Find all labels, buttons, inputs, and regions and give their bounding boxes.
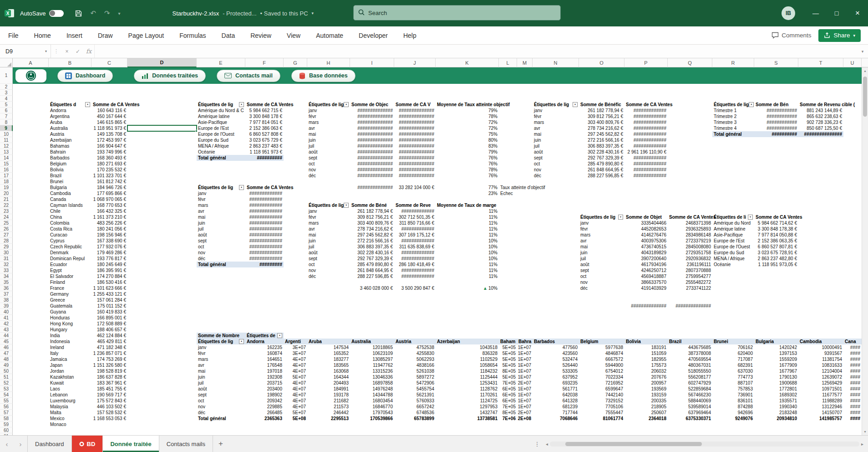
cell-H52[interactable]: 204493 bbox=[307, 380, 350, 386]
filter-dropdown-icon[interactable]: ▾ bbox=[749, 102, 754, 107]
column-header-D[interactable]: D bbox=[127, 58, 197, 67]
cell-K19[interactable]: 77% bbox=[436, 185, 499, 190]
cell-S48[interactable]: 1559209 bbox=[754, 356, 798, 362]
cell-C21[interactable]: 1 068 970 065 € bbox=[91, 196, 127, 202]
cell-N47[interactable]: 423560 bbox=[533, 350, 579, 356]
cell-P24[interactable]: Somme de Objet bbox=[624, 214, 668, 220]
cell-G50[interactable]: 4E+07 bbox=[284, 368, 307, 374]
cell-I25[interactable]: 303 400 809,76 € bbox=[350, 220, 394, 226]
cell-U53[interactable]: #### bbox=[843, 386, 862, 392]
cell-P14[interactable]: ############# bbox=[624, 155, 668, 161]
cell-J50[interactable]: 5261038 bbox=[394, 368, 436, 374]
cell-B38[interactable]: Greece bbox=[49, 297, 91, 303]
cell-F55[interactable]: 209342 bbox=[245, 398, 284, 404]
cell-I52[interactable]: 16897858 bbox=[350, 380, 394, 386]
cell-B23[interactable]: Chile bbox=[49, 208, 91, 214]
cell-K23[interactable]: 11% bbox=[436, 208, 499, 214]
nav-button-base-donn-es[interactable]: Base données bbox=[291, 70, 355, 82]
cell-I33[interactable]: 261 848 664,95 € bbox=[350, 267, 394, 273]
cell-G54[interactable]: 4E+07 bbox=[284, 392, 307, 398]
cell-B48[interactable]: Jamaica bbox=[49, 356, 91, 362]
cell-R32[interactable]: Océanie bbox=[712, 262, 754, 267]
cell-Q26[interactable]: 2936325893 bbox=[668, 226, 712, 232]
cell-S8[interactable]: ############ bbox=[754, 119, 798, 125]
cell-S5[interactable]: Somme de Bén bbox=[754, 102, 798, 108]
cell-H25[interactable]: mars bbox=[307, 220, 350, 226]
cell-F31[interactable]: ############# bbox=[245, 256, 284, 262]
cell-I14[interactable]: ############## bbox=[350, 155, 394, 161]
cell-E6[interactable]: Amérique du Nord & C bbox=[197, 108, 245, 113]
cell-O13[interactable]: 302 228 430,16 € bbox=[579, 149, 624, 155]
cell-J52[interactable]: 5472906 bbox=[394, 380, 436, 386]
cell-U45[interactable]: Cana bbox=[843, 339, 862, 344]
cell-P12[interactable]: ############# bbox=[624, 143, 668, 149]
row-header-28[interactable]: 28 bbox=[0, 238, 13, 244]
cell-C14[interactable]: 168 360 493 € bbox=[91, 155, 127, 161]
cell-I17[interactable]: ############## bbox=[350, 173, 394, 179]
cell-O29[interactable]: mai bbox=[579, 244, 624, 250]
cell-L51[interactable]: 5E+05 bbox=[499, 374, 517, 380]
cell-P36[interactable]: 4191403929 bbox=[624, 285, 668, 291]
column-header-U[interactable]: U bbox=[843, 58, 862, 67]
hscroll-right-icon[interactable]: ▸ bbox=[861, 442, 863, 447]
cell-O11[interactable]: 272 216 566,16 € bbox=[579, 137, 624, 143]
row-header-48[interactable]: 48 bbox=[0, 356, 13, 362]
cell-H22[interactable]: Étiquettes de lig▾ bbox=[307, 202, 350, 208]
cell-H34[interactable]: déc bbox=[307, 273, 350, 279]
cell-C53[interactable]: 185 451 755 € bbox=[91, 386, 127, 392]
cell-C45[interactable]: 465 429 811 € bbox=[91, 339, 127, 344]
row-header-16[interactable]: 16 bbox=[0, 167, 13, 173]
cell-I55[interactable]: 16803454 bbox=[350, 398, 394, 404]
cell-U58[interactable]: #### bbox=[843, 416, 862, 421]
row-header-17[interactable]: 17 bbox=[0, 173, 13, 179]
cell-R5[interactable]: Étiquettes de lig▾ bbox=[712, 102, 754, 108]
cell-T50[interactable]: 12104004 bbox=[798, 368, 843, 374]
cell-O8[interactable]: 303 400 809,76 € bbox=[579, 119, 624, 125]
cell-E20[interactable]: janv bbox=[197, 190, 245, 196]
cell-K14[interactable]: 76% bbox=[436, 155, 499, 161]
cell-S52[interactable]: 1900688 bbox=[754, 380, 798, 386]
cell-E12[interactable]: MENA / Afrique bbox=[197, 143, 245, 149]
cell-O50[interactable]: 6754012 bbox=[579, 368, 624, 374]
row-header-23[interactable]: 23 bbox=[0, 208, 13, 214]
cell-N13[interactable]: août bbox=[533, 149, 579, 155]
cell-Q58[interactable]: 6375330371 bbox=[668, 416, 712, 421]
row-header-43[interactable]: 43 bbox=[0, 327, 13, 333]
cell-P25[interactable]: 3335404466 bbox=[624, 220, 668, 226]
cell-S32[interactable]: 1 118 951 973,05 € bbox=[754, 262, 798, 267]
cell-J9[interactable]: ############## bbox=[394, 125, 436, 131]
cell-O16[interactable]: 261 848 664,95 € bbox=[579, 167, 624, 173]
cell-T8[interactable]: 902 728 336,23 € bbox=[798, 119, 843, 125]
cell-B40[interactable]: Guyana bbox=[49, 309, 91, 315]
cell-I26[interactable]: 278 734 216,62 € bbox=[350, 226, 394, 232]
cell-M47[interactable]: 1E+07 bbox=[517, 350, 533, 356]
cell-O6[interactable]: 261 182 778,94 € bbox=[579, 108, 624, 113]
row-header-30[interactable]: 30 bbox=[0, 250, 13, 256]
cell-E56[interactable]: nov bbox=[197, 404, 245, 410]
cell-H57[interactable]: 246442 bbox=[307, 410, 350, 416]
cell-N8[interactable]: mars bbox=[533, 119, 579, 125]
cell-I48[interactable]: 13085297 bbox=[350, 356, 394, 362]
cell-T45[interactable]: Cambodia bbox=[798, 339, 843, 344]
cell-I15[interactable]: ############## bbox=[350, 161, 394, 167]
cell-Q39[interactable]: ############## bbox=[668, 303, 712, 309]
cell-F27[interactable]: ############# bbox=[245, 232, 284, 238]
cell-B9[interactable]: Australia bbox=[49, 125, 91, 131]
row-header-44[interactable]: 44 bbox=[0, 333, 13, 339]
cell-P11[interactable]: ############# bbox=[624, 137, 668, 143]
avatar[interactable]: IB bbox=[782, 6, 795, 20]
cell-C52[interactable]: 183 367 961 € bbox=[91, 380, 127, 386]
cell-Q47[interactable]: 387378008 bbox=[668, 350, 712, 356]
row-header-42[interactable]: 42 bbox=[0, 321, 13, 327]
cell-N57[interactable]: 717744 bbox=[533, 410, 579, 416]
column-header-H[interactable]: H bbox=[307, 58, 350, 67]
cell-H10[interactable]: mai bbox=[307, 131, 350, 137]
cell-F48[interactable]: 164651 bbox=[245, 356, 284, 362]
row-header-33[interactable]: 33 bbox=[0, 267, 13, 273]
cell-E45[interactable]: Étiquettes de lig▾ bbox=[197, 339, 245, 344]
cell-E50[interactable]: mai bbox=[197, 368, 245, 374]
cell-P26[interactable]: 4452082653 bbox=[624, 226, 668, 232]
cell-C39[interactable]: 175 011 152 € bbox=[91, 303, 127, 309]
row-header-50[interactable]: 50 bbox=[0, 368, 13, 374]
cell-C29[interactable]: 177 932 076 € bbox=[91, 244, 127, 250]
